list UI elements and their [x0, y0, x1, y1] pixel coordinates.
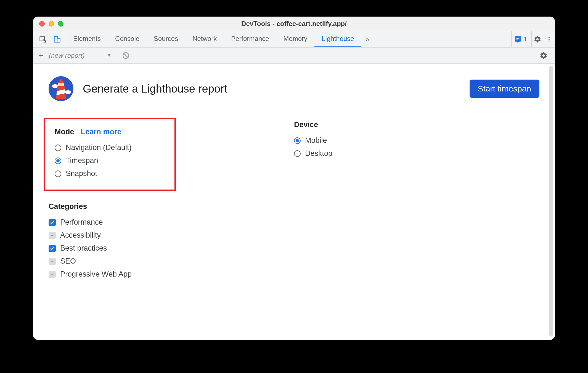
- categories-group-label: Categories: [49, 202, 294, 211]
- new-report-button[interactable]: ＋: [33, 50, 49, 61]
- device-option-desktop[interactable]: Desktop: [294, 147, 539, 160]
- svg-rect-11: [58, 83, 64, 86]
- devtools-window: DevTools - coffee-cart.netlify.app/ Elem…: [33, 17, 555, 340]
- category-option-seo[interactable]: SEO: [49, 255, 294, 268]
- mode-option-timespan[interactable]: Timespan: [55, 154, 169, 167]
- device-option-mobile[interactable]: Mobile: [294, 134, 539, 147]
- lighthouse-panel: Generate a Lighthouse report Start times…: [33, 64, 555, 340]
- lighthouse-toolbar: ＋ (new report) ▼: [33, 48, 555, 64]
- device-toolbar-icon[interactable]: [51, 33, 63, 45]
- category-label: SEO: [60, 257, 76, 266]
- start-timespan-button[interactable]: Start timespan: [470, 80, 539, 98]
- checkbox-icon: [49, 245, 56, 252]
- titlebar: DevTools - coffee-cart.netlify.app/: [33, 17, 555, 31]
- scrollbar[interactable]: [549, 66, 553, 337]
- svg-point-9: [65, 90, 71, 94]
- radio-icon: [55, 157, 61, 164]
- mode-option-label: Navigation (Default): [66, 143, 132, 152]
- tab-lighthouse[interactable]: Lighthouse: [314, 31, 361, 47]
- mode-option-label: Snapshot: [66, 169, 97, 178]
- svg-rect-2: [57, 38, 60, 42]
- tab-performance[interactable]: Performance: [224, 31, 276, 47]
- lighthouse-logo-icon: [49, 76, 73, 101]
- mode-option-snapshot[interactable]: Snapshot: [55, 167, 169, 180]
- category-option-pwa[interactable]: Progressive Web App: [49, 268, 294, 281]
- checkbox-icon: [49, 258, 56, 265]
- learn-more-link[interactable]: Learn more: [81, 128, 121, 136]
- report-selector[interactable]: (new report) ▼: [49, 52, 117, 59]
- lighthouse-header: Generate a Lighthouse report Start times…: [49, 76, 539, 101]
- chevron-down-icon: ▼: [107, 52, 112, 58]
- tabs-overflow-button[interactable]: »: [361, 31, 374, 47]
- window-controls: [39, 21, 63, 27]
- category-option-performance[interactable]: Performance: [49, 216, 294, 229]
- svg-point-3: [549, 37, 550, 38]
- radio-icon: [55, 170, 61, 177]
- device-group-label: Device: [294, 120, 539, 129]
- mode-group-highlight: Mode Learn more Navigation (Default) Tim…: [44, 118, 176, 191]
- issues-count: 1: [524, 36, 527, 43]
- radio-icon: [55, 145, 61, 151]
- category-label: Performance: [60, 218, 103, 227]
- tab-sources[interactable]: Sources: [147, 31, 185, 47]
- categories-group: Categories Performance Accessibility: [49, 202, 294, 281]
- kebab-menu-icon[interactable]: [543, 33, 555, 45]
- minimize-window-button[interactable]: [49, 21, 54, 27]
- svg-point-8: [52, 84, 58, 88]
- tab-list: Elements Console Sources Network Perform…: [66, 31, 361, 47]
- device-option-label: Desktop: [305, 149, 332, 158]
- checkbox-icon: [49, 271, 56, 278]
- inspect-element-icon[interactable]: [37, 33, 49, 45]
- mode-option-navigation[interactable]: Navigation (Default): [55, 141, 169, 154]
- category-label: Accessibility: [60, 231, 101, 240]
- checkbox-icon: [49, 232, 56, 239]
- category-option-best-practices[interactable]: Best practices: [49, 242, 294, 255]
- close-window-button[interactable]: [39, 21, 45, 27]
- report-selector-label: (new report): [49, 52, 84, 59]
- page-title: Generate a Lighthouse report: [83, 83, 227, 95]
- device-option-label: Mobile: [305, 136, 327, 145]
- category-label: Progressive Web App: [60, 270, 132, 279]
- radio-icon: [294, 137, 301, 144]
- device-group: Device Mobile Desktop: [294, 120, 539, 281]
- svg-point-5: [549, 40, 550, 41]
- tab-network[interactable]: Network: [185, 31, 224, 47]
- tab-console[interactable]: Console: [108, 31, 147, 47]
- issues-badge[interactable]: 1: [512, 35, 530, 44]
- tab-memory[interactable]: Memory: [276, 31, 315, 47]
- mode-option-label: Timespan: [66, 156, 98, 165]
- lighthouse-settings-icon[interactable]: [538, 50, 549, 61]
- radio-icon: [294, 150, 301, 157]
- category-option-accessibility[interactable]: Accessibility: [49, 229, 294, 242]
- zoom-window-button[interactable]: [58, 21, 63, 27]
- checkbox-icon: [49, 219, 56, 226]
- window-title: DevTools - coffee-cart.netlify.app/: [33, 20, 555, 28]
- tab-elements[interactable]: Elements: [66, 31, 108, 47]
- category-label: Best practices: [60, 244, 107, 253]
- devtools-tabstrip: Elements Console Sources Network Perform…: [33, 31, 555, 48]
- svg-point-4: [549, 38, 550, 40]
- settings-gear-icon[interactable]: [532, 33, 543, 45]
- clear-button[interactable]: [122, 52, 130, 59]
- mode-group-label: Mode: [55, 128, 74, 136]
